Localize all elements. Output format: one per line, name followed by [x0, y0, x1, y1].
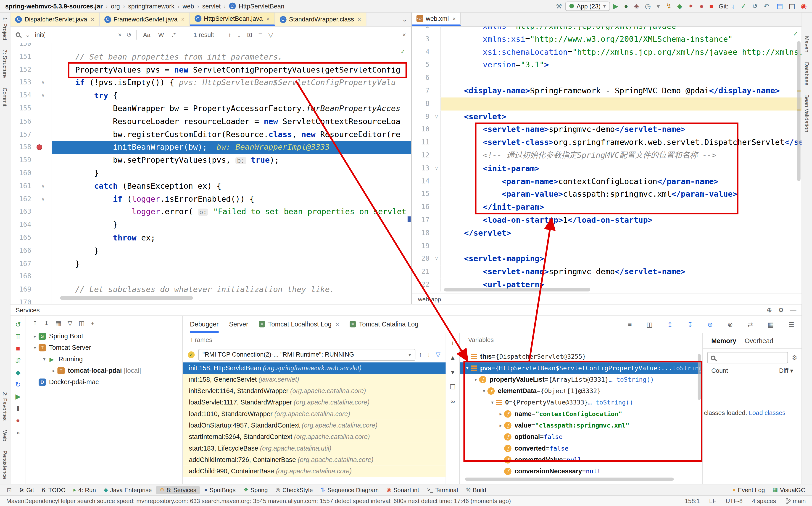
prev-occurrence-icon[interactable]: ↑ [228, 31, 231, 38]
thread-selector[interactable]: "RMI TCP Connection(2)-... "RMI Runtime"… [198, 349, 415, 361]
tool-strip-button-web[interactable]: Web [2, 425, 8, 446]
encoding-indicator[interactable]: UTF-8 [726, 498, 743, 504]
breadcrumb-webapp[interactable]: web-app [418, 296, 441, 302]
variable-row-this[interactable]: ▸this = {DispatcherServlet@3255} [460, 351, 702, 362]
variable-row-converted[interactable]: fconverted = false [460, 442, 702, 454]
tool-strip-button-commit[interactable]: Commit [2, 83, 8, 111]
detach-icon[interactable]: ⊗ [728, 320, 733, 328]
line-ending-indicator[interactable]: LF [709, 498, 716, 504]
tool-strip-button-2-favorites[interactable]: 2: Favorites [2, 388, 8, 425]
memory-search-input[interactable] [707, 352, 788, 363]
search-input[interactable]: init( [35, 31, 113, 38]
chevron-icon[interactable]: ▾ [489, 400, 496, 405]
plugin-flower-icon[interactable]: ✶ [688, 2, 694, 9]
close-icon[interactable]: × [91, 16, 94, 22]
tree-item-tomcat-server[interactable]: ▾TTomcat Server [26, 342, 182, 353]
indent-indicator[interactable]: 4 spaces [752, 498, 776, 504]
chevron-icon[interactable]: ▾ [481, 389, 487, 394]
tostring-link[interactable]: … toString() [609, 376, 654, 383]
history-icon[interactable]: ↺ [752, 2, 758, 9]
toolwindow-button-event-log[interactable]: ●Event Log [729, 486, 768, 494]
toolwindow-switcher-icon[interactable]: ⊡ [3, 485, 15, 495]
toolwindow-button-java-enterprise[interactable]: ◆Java Enterprise [100, 486, 155, 494]
close-icon[interactable]: × [266, 15, 270, 21]
frame-up-icon[interactable]: ↑ [419, 351, 422, 358]
horizontal-scrollbar[interactable] [465, 478, 674, 481]
chevron-icon[interactable]: ▾ [41, 356, 48, 362]
tool-strip-button-maven[interactable]: Maven [804, 31, 810, 57]
tool-strip-button-database[interactable]: Database [804, 57, 810, 90]
breakpoint-icon[interactable] [37, 145, 42, 150]
memory-settings-gear-icon[interactable]: ⚙ [792, 354, 797, 361]
toolwindow-button-build[interactable]: ⚒Build [462, 486, 490, 494]
tab-dispatcherservlet-java[interactable]: CDispatcherServlet.java× [10, 12, 99, 26]
close-icon[interactable]: × [181, 16, 185, 22]
tool-strip-button-bean-validation[interactable]: Bean Validation [804, 90, 810, 137]
vertical-scrollbar[interactable] [698, 354, 701, 400]
memory-count-column[interactable]: Count [711, 367, 728, 374]
chevron-icon[interactable]: ▾ [31, 345, 39, 350]
close-icon[interactable]: × [452, 15, 456, 21]
tostring-link[interactable]: … toString() [588, 399, 633, 406]
stop-icon[interactable]: ■ [16, 345, 20, 352]
java-code-area[interactable]: 150151 // Set bean properties from init … [10, 44, 411, 304]
rerun-icon[interactable]: ↺ [15, 321, 21, 328]
breadcrumb-item[interactable]: org [111, 2, 120, 10]
variable-row-pvs[interactable]: ▾pvs = {HttpServletBean$ServletConfigPro… [460, 362, 702, 374]
tree-item-running[interactable]: ▾▶Running [26, 353, 182, 365]
screen-view-icon[interactable]: ◫ [789, 2, 795, 9]
chevron-icon[interactable]: ▾ [472, 377, 479, 382]
toolwindow-button-sequence-diagram[interactable]: ⇅Sequence Diagram [317, 486, 382, 494]
toolwindow-button-spotbugs[interactable]: ●SpotBugs [201, 486, 239, 494]
clear-search-icon[interactable]: × [118, 31, 122, 38]
hide-frames-funnel-icon[interactable]: ▽ [436, 351, 441, 358]
frame-down-icon[interactable]: ↓ [427, 351, 430, 358]
swap-icon[interactable]: ⇄ [748, 320, 753, 328]
words-toggle[interactable]: W [157, 31, 165, 38]
horizontal-scrollbar[interactable] [444, 288, 590, 291]
debug-bug-icon[interactable]: ● [624, 2, 628, 9]
more-icon[interactable]: » [16, 429, 20, 436]
redeploy-icon[interactable]: ⇈ [15, 333, 21, 340]
tree-item-spring-boot[interactable]: ▸SSpring Boot [26, 331, 182, 342]
toolwindow-button-8-services[interactable]: ⚙8: Services [156, 486, 200, 494]
add-watch-icon[interactable]: + [451, 339, 455, 347]
profiler-chevron-icon[interactable]: ▾ [657, 2, 660, 9]
tab-tomcat-catalina-log[interactable]: ≡Tomcat Catalina Log [350, 316, 418, 333]
table-view-icon[interactable]: ▦ [768, 320, 774, 328]
tool-strip-button-persistence[interactable]: Persistence [2, 446, 8, 484]
tab-httpservletbean-java[interactable]: CHttpServletBean.java× [190, 12, 275, 26]
export-icon[interactable]: ↥ [667, 320, 673, 328]
plugin-leaf-icon[interactable]: ◆ [677, 2, 682, 9]
toolwindow-button-spring[interactable]: ❖Spring [240, 486, 271, 494]
tab-debugger[interactable]: Debugger [190, 316, 218, 333]
search-history-chevron-icon[interactable]: ⌄ [25, 31, 30, 38]
breadcrumb-item[interactable]: springframework [128, 2, 175, 10]
toolwindow-button-visualgc[interactable]: ▦VisualGC [769, 486, 809, 494]
select-all-occurrences-icon[interactable]: ⊞ [247, 31, 252, 38]
frame-item[interactable]: init:158, GenericServlet (javax.servlet) [183, 374, 446, 385]
tab-tomcat-localhost-log[interactable]: ≡Tomcat Localhost Log× [259, 316, 339, 333]
breadcrumb-item[interactable]: servlet [202, 2, 221, 10]
tab-overhead[interactable]: Overhead [745, 337, 773, 344]
build-hammer-icon[interactable]: ⚒ [556, 2, 562, 9]
import-icon[interactable]: ↧ [687, 320, 693, 328]
filter-icon[interactable]: ▽ [68, 320, 72, 327]
chevron-icon[interactable]: ▾ [464, 365, 471, 371]
variable-row-name[interactable]: ▸fname = "contextConfigLocation" [460, 408, 702, 420]
tab-server[interactable]: Server [229, 316, 248, 333]
chevron-icon[interactable]: ▸ [50, 368, 57, 373]
frame-item[interactable]: loadOnStartup:4957, StandardContext (org… [183, 420, 446, 431]
collapse-all-icon[interactable]: ↧ [44, 320, 49, 327]
frame-item[interactable]: start:183, LifecycleBase (org.apache.cat… [183, 442, 446, 454]
group-icon[interactable]: ▦ [56, 320, 61, 327]
add-service-icon[interactable]: + [91, 320, 94, 327]
remote-dev-icon[interactable]: ▤ [776, 2, 783, 9]
target-icon[interactable]: ⊕ [767, 307, 772, 314]
toolwindow-button-checkstyle[interactable]: ◎CheckStyle [272, 486, 317, 494]
chevron-icon[interactable]: ▸ [464, 354, 471, 359]
breadcrumb-item[interactable]: spring-webmvc-5.3.9-sources.jar [5, 2, 103, 10]
frame-item[interactable]: addChild:990, ContainerBase (org.apache.… [183, 466, 446, 477]
variable-row-elementData[interactable]: ▾felementData = {Object[1]@3332} [460, 385, 702, 397]
watch-returns-icon[interactable]: ∞ [451, 398, 455, 405]
